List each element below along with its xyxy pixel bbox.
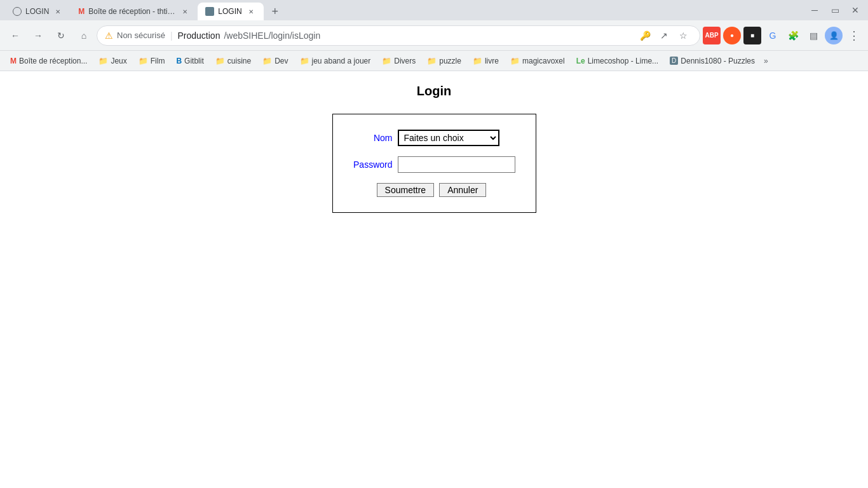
- insecure-label: Non sécurisé: [117, 30, 165, 40]
- folder-icon-jeux: 📁: [98, 57, 108, 65]
- tab-login-3[interactable]: LOGIN ✕: [198, 3, 263, 20]
- password-row: Password: [348, 156, 515, 173]
- menu-button[interactable]: ⋮: [845, 27, 863, 44]
- bookmark-label-lime: Limecoshop - Lime...: [588, 57, 658, 65]
- bookmark-dev[interactable]: 📁 Dev: [257, 53, 293, 69]
- limecoshop-icon: Le: [576, 57, 585, 65]
- bookmark-magicavoxel[interactable]: 📁 magicavoxel: [505, 53, 570, 69]
- tab-title-3: LOGIN: [218, 7, 241, 16]
- bookmark-cuisine[interactable]: 📁 cuisine: [210, 53, 256, 69]
- password-label: Password: [348, 159, 393, 170]
- tab-gmail[interactable]: M Boîte de réception - thtioxine@g ✕: [71, 3, 198, 20]
- folder-icon-dev: 📁: [262, 57, 272, 65]
- login-form-box: Nom Faites un choix Password Soumettre A…: [332, 114, 536, 213]
- sidebar-icon[interactable]: ▤: [804, 27, 822, 44]
- folder-icon-livre: 📁: [473, 57, 482, 65]
- address-bar: ← → ↻ ⌂ ⚠ Non sécurisé | Production /web…: [0, 20, 868, 51]
- new-tab-button[interactable]: +: [266, 3, 284, 20]
- gmail-tab-icon: M: [78, 7, 85, 16]
- insecure-icon: ⚠: [105, 30, 113, 41]
- cancel-button[interactable]: Annuler: [439, 183, 486, 197]
- gitblit-icon: B: [176, 57, 182, 65]
- page-content: Login Nom Faites un choix Password Soume…: [0, 71, 868, 488]
- bookmark-label-divers: Divers: [394, 57, 416, 65]
- form-buttons: Soumettre Annuler: [348, 183, 515, 197]
- login-page: Login Nom Faites un choix Password Soume…: [0, 84, 868, 213]
- tab-strip: LOGIN ✕ M Boîte de réception - thtioxine…: [5, 0, 807, 20]
- bookmark-label-jeux: Jeux: [111, 57, 126, 65]
- folder-icon-puzzle: 📁: [427, 57, 437, 65]
- profile-button[interactable]: 👤: [825, 27, 843, 44]
- toolbar-right: ABP ● ■ G 🧩 ▤ 👤 ⋮: [703, 27, 863, 44]
- key-icon[interactable]: 🔑: [636, 27, 654, 44]
- back-button[interactable]: ←: [5, 25, 25, 46]
- dennis-icon: D: [670, 57, 678, 65]
- globe-icon: [13, 7, 22, 16]
- url-path: /webSIHEL/login/isLogin: [224, 30, 320, 41]
- url-bar[interactable]: ⚠ Non sécurisé | Production /webSIHEL/lo…: [97, 25, 700, 46]
- folder-icon-film: 📁: [139, 57, 148, 65]
- folder-icon-jeu: 📁: [300, 57, 309, 65]
- bookmark-dennis[interactable]: D Dennis1080 - Puzzles: [665, 53, 760, 69]
- folder-icon-cuisine: 📁: [215, 57, 225, 65]
- bookmark-label-livre: livre: [485, 57, 499, 65]
- bookmark-film[interactable]: 📁 Film: [133, 53, 170, 69]
- submit-button[interactable]: Soumettre: [377, 183, 435, 197]
- translate-icon[interactable]: G: [764, 27, 782, 44]
- star-icon[interactable]: ☆: [674, 27, 692, 44]
- bookmark-label-magica: magicavoxel: [522, 57, 565, 65]
- bookmark-puzzle[interactable]: 📁 puzzle: [422, 53, 466, 69]
- ext-orange-icon[interactable]: ●: [723, 27, 741, 44]
- reload-button[interactable]: ↻: [51, 25, 71, 46]
- minimize-button[interactable]: ─: [807, 3, 822, 18]
- title-bar: LOGIN ✕ M Boîte de réception - thtioxine…: [0, 0, 868, 20]
- tab-title-2: Boîte de réception - thtioxine@g: [88, 7, 176, 16]
- home-button[interactable]: ⌂: [74, 25, 94, 46]
- tab-close-1[interactable]: ✕: [53, 6, 63, 17]
- ext-black-icon[interactable]: ■: [743, 27, 761, 44]
- bookmark-label-puzzle: puzzle: [439, 57, 461, 65]
- forward-button[interactable]: →: [28, 25, 48, 46]
- bookmark-label-gitblit: Gitblit: [184, 57, 204, 65]
- password-input[interactable]: [398, 156, 515, 173]
- nom-select[interactable]: Faites un choix: [398, 130, 499, 146]
- page-title: Login: [417, 84, 451, 98]
- bookmark-label-film: Film: [151, 57, 165, 65]
- site-name: Production: [178, 30, 220, 41]
- bookmark-label-gmail: Boîte de réception...: [19, 57, 87, 65]
- bookmark-gitblit[interactable]: B Gitblit: [171, 53, 208, 69]
- share-icon[interactable]: ↗: [655, 27, 673, 44]
- browser-window: LOGIN ✕ M Boîte de réception - thtioxine…: [0, 0, 868, 488]
- bookmark-jeu-aband[interactable]: 📁 jeu aband a jouer: [295, 53, 376, 69]
- address-actions: 🔑 ↗ ☆: [636, 27, 692, 44]
- maximize-button[interactable]: ▭: [827, 3, 843, 18]
- gmail-bk-icon: M: [10, 57, 17, 65]
- bookmark-livre[interactable]: 📁 livre: [468, 53, 504, 69]
- tab-login-1[interactable]: LOGIN ✕: [5, 3, 71, 20]
- abp-icon[interactable]: ABP: [703, 27, 721, 44]
- nom-label: Nom: [348, 133, 393, 143]
- bookmark-limecoshop[interactable]: Le Limecoshop - Lime...: [571, 53, 663, 69]
- bookmark-divers[interactable]: 📁 Divers: [377, 53, 421, 69]
- bookmarks-bar: M Boîte de réception... 📁 Jeux 📁 Film B …: [0, 51, 868, 71]
- image-tab-icon: [205, 7, 214, 16]
- folder-icon-magica: 📁: [510, 57, 520, 65]
- tab-title-1: LOGIN: [25, 7, 49, 16]
- close-button[interactable]: ✕: [848, 3, 863, 18]
- bookmark-label-cuisine: cuisine: [227, 57, 251, 65]
- folder-icon-divers: 📁: [382, 57, 391, 65]
- bookmark-label-dev: Dev: [275, 57, 288, 65]
- bookmark-label-dennis: Dennis1080 - Puzzles: [681, 57, 755, 65]
- bookmark-label-jeu: jeu aband a jouer: [312, 57, 371, 65]
- bookmark-jeux[interactable]: 📁 Jeux: [93, 53, 132, 69]
- tab-close-3[interactable]: ✕: [246, 6, 256, 17]
- window-controls: ─ ▭ ✕: [807, 3, 863, 18]
- tab-close-2[interactable]: ✕: [180, 6, 190, 17]
- bookmarks-more-button[interactable]: »: [764, 57, 768, 65]
- nom-row: Nom Faites un choix: [348, 130, 515, 146]
- puzzle-icon[interactable]: 🧩: [784, 27, 802, 44]
- bookmark-gmail[interactable]: M Boîte de réception...: [5, 53, 92, 69]
